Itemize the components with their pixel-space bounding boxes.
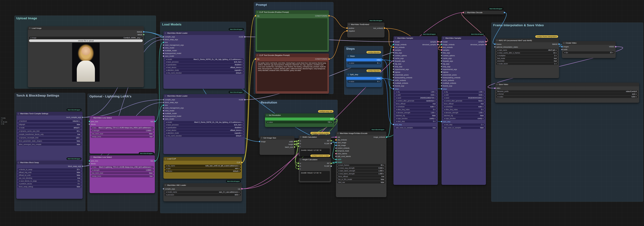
widget-vace_blocks_to_swap[interactable]: ◀vace_blocks_to_swap0▶ (18, 180, 81, 182)
widget-fullgraph[interactable]: fullgraphfalse (18, 123, 81, 126)
collapse-toggle-icon[interactable] (257, 11, 258, 13)
input-port-start_step[interactable] (441, 121, 442, 122)
node-header-model_loader_high[interactable]: WanVideo Model Loader (164, 31, 245, 35)
input-port-a[interactable] (298, 163, 299, 164)
widget-model[interactable]: ◀modelWan2.2_Remix_NSFW_i2v_14b_low_ligh… (164, 121, 244, 124)
widget-control_after_generate[interactable]: ◀control_after_generatefixed▶ (443, 100, 485, 102)
input-port-vram_management_args[interactable] (163, 107, 164, 109)
decrement-arrow-icon[interactable]: ◀ (497, 93, 498, 95)
output-port-CONDITIONING[interactable] (328, 58, 330, 60)
collapse-toggle-icon[interactable] (18, 113, 19, 114)
increment-arrow-icon[interactable]: ▶ (79, 137, 80, 138)
input-port-c[interactable] (298, 146, 299, 147)
increment-arrow-icon[interactable]: ▶ (483, 106, 484, 108)
node-graph-canvas[interactable]: Upload ImageLoad ModelsPromptTorch & Blo… (0, 0, 644, 226)
input-port-image_embeds[interactable] (441, 44, 442, 45)
text-area[interactable]: (round(b / min(a,b) * c) // 16) * 16 (300, 171, 330, 181)
input-port-temporal_mask[interactable] (335, 150, 337, 152)
input-port-uni3c_embeds[interactable] (441, 80, 442, 81)
collapse-toggle-icon[interactable] (257, 54, 258, 56)
widget-load_device[interactable]: ◀load_deviceoffload_device▶ (164, 129, 244, 132)
widget-type[interactable]: ◀typewan▶ (164, 167, 241, 170)
increment-arrow-icon[interactable]: ▶ (556, 52, 557, 54)
widget-riflex_freq_index[interactable]: ◀riflex_freq_index0▶ (443, 108, 485, 111)
node-header-wan_decode[interactable]: WanVideo Decode (464, 11, 504, 14)
widget-value[interactable]: ◀value4▶ (348, 80, 381, 83)
decrement-arrow-icon[interactable]: ◀ (166, 191, 167, 193)
widget-num_frames[interactable]: ◀num_frames65▶ (337, 164, 385, 166)
input-port-b[interactable] (298, 143, 299, 144)
collapse-toggle-icon[interactable] (91, 156, 92, 158)
widget-denoise_strength[interactable]: ◀denoise_strength1.00▶ (443, 112, 485, 114)
node-header-get_image_size[interactable]: Get Image Size (260, 136, 295, 140)
widget-strength[interactable]: ◀strength1.0000▶ (91, 169, 154, 172)
output-port-batch_size[interactable] (294, 146, 295, 148)
decrement-arrow-icon[interactable]: ◀ (166, 70, 167, 71)
widget-load_device[interactable]: ◀load_deviceoffload_device▶ (164, 66, 244, 69)
widget-denoise_strength[interactable]: ◀denoise_strength1.00▶ (394, 112, 437, 114)
increment-arrow-icon[interactable]: ▶ (140, 37, 142, 38)
node-header-clip_pos[interactable]: CLIP Text Encode (Positive Prompt) (256, 10, 329, 14)
node-save_video[interactable]: Save Videovideofilename_prefixvideo/Comf… (495, 82, 639, 103)
output-port-INT[interactable] (334, 118, 335, 120)
decrement-arrow-icon[interactable]: ◀ (19, 137, 20, 138)
node-vae_loader[interactable]: WanVideo VAE Loadercompile_argsvae◀model… (164, 183, 242, 201)
collapse-toggle-icon[interactable] (496, 40, 498, 41)
widget-compile_transformer_blocks_only[interactable]: compile_transformer_blocks_onlytrue (18, 133, 81, 136)
node-header-sampler2[interactable]: WanVideo Sampler (442, 36, 486, 40)
widget-offload_txt_emb[interactable]: offload_txt_embfalse (18, 174, 81, 176)
input-port-end_image[interactable] (335, 145, 337, 146)
widget-end_step[interactable]: ◀end_step-1▶ (443, 124, 485, 126)
input-port-blocks[interactable] (89, 124, 90, 125)
linked-widget-height[interactable]: height (336, 161, 386, 164)
widget-noise_aug_strength[interactable]: ◀noise_aug_strength0.000▶ (337, 167, 385, 169)
increment-arrow-icon[interactable]: ▶ (434, 97, 436, 99)
node-model_loader_high[interactable]: WanVideo Model Loadercompile_argsmodelbl… (164, 31, 245, 89)
widget-cfg[interactable]: ◀cfg1.00▶ (394, 91, 437, 93)
node-get_image_size[interactable]: Get Image Sizeimagewidthheightbatch_size (260, 136, 295, 155)
node-header-load_image[interactable]: Load Image (28, 26, 144, 30)
increment-arrow-icon[interactable]: ▶ (379, 62, 380, 64)
node-height_calc[interactable]: Height CalculationaINTbFLOATc(round(b / … (299, 158, 331, 182)
increment-arrow-icon[interactable]: ▶ (434, 118, 436, 119)
increment-arrow-icon[interactable]: ▶ (242, 67, 242, 68)
decrement-arrow-icon[interactable]: ◀ (166, 124, 167, 126)
widget-add_noise_to_samples[interactable]: add_noise_to_samplesfalse (443, 126, 485, 129)
widget-dynamo_cache_size_limit[interactable]: ◀dynamo_cache_size_limit64▶ (18, 130, 81, 132)
widget-multiplier[interactable]: ◀multiplier2▶ (496, 54, 558, 57)
widget-blocks_to_swap[interactable]: ◀blocks_to_swap20▶ (18, 168, 81, 171)
collapse-toggle-icon[interactable] (266, 114, 268, 116)
decrement-arrow-icon[interactable]: ◀ (396, 106, 397, 108)
decrement-arrow-icon[interactable]: ◀ (166, 61, 167, 63)
input-port-block_swap_args[interactable] (163, 102, 164, 103)
increment-arrow-icon[interactable]: ▶ (239, 168, 240, 169)
widget-seed[interactable]: ◀seed941824044416901▶ (443, 97, 485, 99)
node-header-create_video[interactable]: Create Video (562, 41, 616, 45)
collapse-toggle-icon[interactable] (337, 133, 339, 134)
input-port-slg_args[interactable] (393, 63, 394, 64)
widget-scale_factor[interactable]: ◀scale_factor1▶ (496, 62, 558, 65)
input-port-prev_lora[interactable] (89, 121, 90, 122)
widget-rms_norm_function[interactable]: ◀rms_norm_functiondefault▶ (164, 135, 244, 137)
node-header-load_clip[interactable]: Load CLIP (164, 157, 242, 161)
increment-arrow-icon[interactable]: ▶ (383, 164, 384, 166)
increment-arrow-icon[interactable]: ▶ (379, 81, 380, 82)
output-port-INT[interactable] (330, 140, 332, 142)
input-port-frames[interactable] (494, 44, 496, 45)
text-area[interactable]: low quality, lowres, bad hands, extra li… (257, 61, 328, 92)
node-clip_neg[interactable]: CLIP Text Encode (Negative Prompt)clipCO… (256, 54, 329, 94)
decrement-arrow-icon[interactable]: ◀ (396, 100, 397, 102)
decrement-arrow-icon[interactable]: ◀ (166, 168, 167, 169)
increment-arrow-icon[interactable]: ▶ (483, 118, 484, 119)
linked-widget-steps[interactable]: steps (442, 88, 486, 90)
widget-dynamo_recompile_limit[interactable]: ◀dynamo_recompile_limit128▶ (18, 136, 81, 139)
widget-ckpt_name[interactable]: ◀ckpt_namerife47.pth▶ (496, 49, 558, 51)
widget-base_precision[interactable]: ◀base_precisionfp16_fast▶ (164, 61, 244, 63)
widget-force_offload[interactable]: force_offloadtrue (337, 175, 385, 178)
input-port-image_embeds[interactable] (393, 44, 394, 45)
input-port-text_embeds[interactable] (441, 46, 442, 48)
widget-precision[interactable]: ◀precisionbf16▶ (164, 194, 241, 196)
input-port[interactable] (462, 12, 464, 13)
node-header-lora_low[interactable]: WanVideo Lora Select (90, 155, 155, 159)
input-port-steps[interactable] (393, 88, 394, 90)
